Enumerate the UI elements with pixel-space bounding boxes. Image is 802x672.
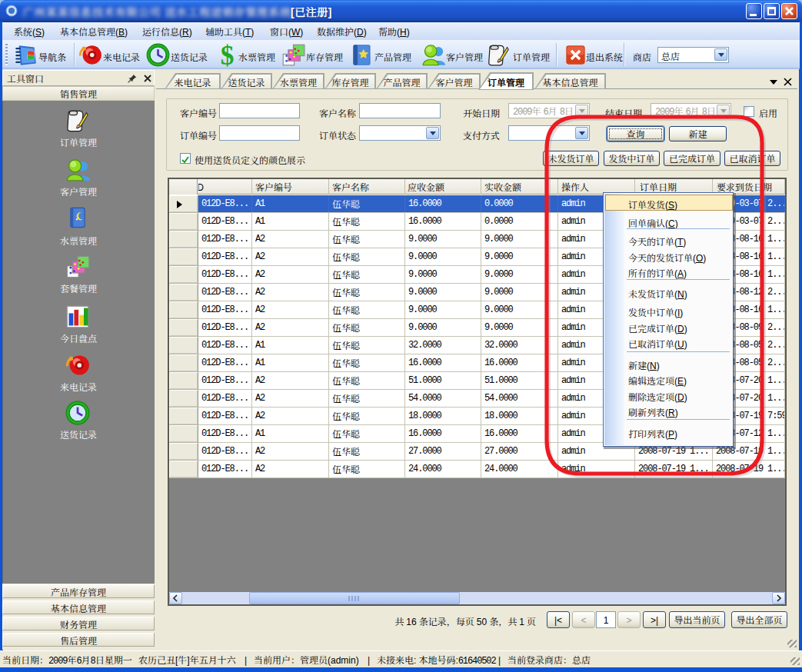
svg-text:$: $ xyxy=(221,43,235,67)
